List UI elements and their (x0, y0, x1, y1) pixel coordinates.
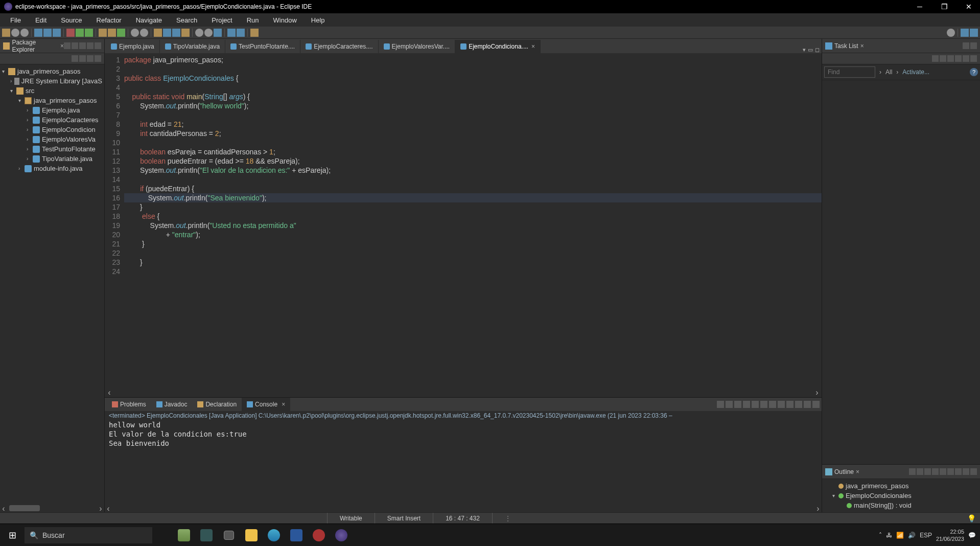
tree-item[interactable]: ▾java_primeros_pasos (0, 66, 104, 76)
console-toolbar-btn[interactable] (760, 401, 767, 408)
menu-search[interactable]: Search (169, 16, 204, 24)
menu-source[interactable]: Source (54, 16, 89, 24)
code-editor[interactable]: 123456789101112131415161718192021222324 … (105, 53, 822, 388)
menu-file[interactable]: File (3, 16, 28, 24)
save-all-button[interactable] (20, 29, 29, 37)
redo-button[interactable] (140, 29, 148, 37)
editor-tab[interactable]: TestPuntoFlotante.... (225, 40, 300, 53)
editor-tab[interactable]: EjemploCaracteres.... (300, 40, 378, 53)
pin-button[interactable] (250, 29, 259, 37)
bottom-tab-declaration[interactable]: Declaration (192, 398, 242, 411)
task-new-button[interactable] (932, 55, 939, 62)
outline-tb5[interactable] (940, 468, 946, 475)
tip-icon[interactable]: 💡 (967, 514, 980, 522)
open-perspective-button[interactable] (154, 29, 162, 37)
menu-edit[interactable]: Edit (28, 16, 54, 24)
console-toolbar-btn[interactable] (812, 401, 820, 408)
editor-tab[interactable]: EjemploValoresVar.... (379, 40, 456, 53)
outline-tb8[interactable] (963, 468, 969, 475)
view-menu-button[interactable] (79, 42, 86, 49)
tree-item[interactable]: ›EjemploValoresVa (0, 134, 104, 144)
minimize-editor-button[interactable]: ▭ (808, 47, 813, 53)
tree-item[interactable]: ›JRE System Library [JavaS (0, 76, 104, 86)
minimize-view-button[interactable] (87, 42, 94, 49)
maximize-button[interactable]: ❐ (937, 3, 951, 11)
outline-item[interactable]: main(String[]) : void (822, 500, 980, 510)
link-button[interactable] (79, 55, 86, 62)
opera-button[interactable] (308, 526, 330, 545)
link-editor-button[interactable] (72, 42, 78, 49)
outline-item[interactable]: ▾EjemploCondicionales (822, 491, 980, 500)
console-toolbar-btn[interactable] (778, 401, 785, 408)
menu-help[interactable]: Help (304, 16, 332, 24)
task-sync-button[interactable] (940, 55, 946, 62)
scroll-right-button[interactable]: › (812, 388, 822, 397)
debug-button[interactable] (66, 29, 75, 37)
outline-tb6[interactable] (947, 468, 954, 475)
task-menu-button[interactable] (970, 55, 977, 62)
menu-refactor[interactable]: Refactor (89, 16, 129, 24)
outline-tb7[interactable] (955, 468, 962, 475)
tray-language[interactable]: ESP (920, 532, 932, 539)
filter-button[interactable] (72, 55, 78, 62)
taskbar-app-1[interactable] (173, 526, 195, 545)
open-task-button[interactable] (43, 29, 52, 37)
undo-button[interactable] (131, 29, 139, 37)
scroll-left-button[interactable]: ‹ (105, 388, 114, 397)
eclipse-taskbar-button[interactable] (330, 526, 353, 545)
task-crumb-all[interactable]: All (885, 69, 892, 76)
tree-item[interactable]: ›EjemploCondicion (0, 125, 104, 134)
new-package-button[interactable] (108, 29, 116, 37)
bottom-tab-problems[interactable]: Problems (107, 398, 151, 411)
task-activate-link[interactable]: Activate... (902, 69, 929, 76)
start-button[interactable]: ⊞ (0, 530, 25, 541)
taskbar-app-2[interactable] (195, 526, 218, 545)
taskbar-search[interactable]: 🔍 Buscar (25, 527, 152, 543)
menu-run[interactable]: Run (240, 16, 266, 24)
prev-annotation-button[interactable] (204, 29, 213, 37)
annotations-button[interactable] (172, 29, 180, 37)
toggle-button[interactable] (53, 29, 61, 37)
file-explorer-button[interactable] (240, 526, 263, 545)
new-button[interactable] (2, 29, 10, 37)
focus-button[interactable] (87, 55, 94, 62)
java-perspective-button[interactable] (961, 29, 969, 37)
console-output[interactable]: hellow world El valor de la condicion es… (105, 420, 822, 504)
outline-tb9[interactable] (970, 468, 977, 475)
menu-window[interactable]: Window (266, 16, 304, 24)
tray-network-icon[interactable]: 🖧 (886, 532, 892, 539)
menu-dropdown-button[interactable] (95, 55, 101, 62)
run-button[interactable] (76, 29, 84, 37)
console-toolbar-btn[interactable] (717, 401, 724, 408)
edge-button[interactable] (263, 526, 285, 545)
editor-tab[interactable]: TipoVariable.java (160, 40, 225, 53)
close-view-button[interactable]: × (60, 42, 64, 50)
outline-tb2[interactable] (917, 468, 923, 475)
tray-chevron-icon[interactable]: ˄ (879, 532, 882, 539)
tree-item[interactable]: ›TestPuntoFlotante (0, 144, 104, 154)
tree-item[interactable]: ▾src (0, 86, 104, 96)
forward-button[interactable] (237, 29, 245, 37)
close-tasklist-button[interactable]: × (860, 42, 864, 50)
outline-item[interactable]: java_primeros_pasos (822, 481, 980, 491)
menu-navigate[interactable]: Navigate (129, 16, 169, 24)
outline-tb4[interactable] (932, 468, 939, 475)
search-toolbar-button[interactable] (163, 29, 171, 37)
console-toolbar-btn[interactable] (804, 401, 811, 408)
next-annotation-button[interactable] (195, 29, 203, 37)
toggle-mark-button[interactable] (181, 29, 190, 37)
tasklist-tb2[interactable] (970, 42, 977, 49)
bottom-tab-javadoc[interactable]: Javadoc (151, 398, 193, 411)
tree-item[interactable]: ›TipoVariable.java (0, 154, 104, 164)
console-toolbar-btn[interactable] (726, 401, 733, 408)
close-outline-button[interactable]: × (856, 468, 859, 475)
console-toolbar-btn[interactable] (743, 401, 750, 408)
minimize-button[interactable]: ─ (913, 3, 927, 11)
console-toolbar-btn[interactable] (752, 401, 759, 408)
outline-tb1[interactable] (909, 468, 916, 475)
taskview-button[interactable] (218, 526, 240, 545)
tree-item[interactable]: ›EjemploCaracteres (0, 115, 104, 125)
task-cat-button[interactable] (947, 55, 954, 62)
task-help-button[interactable]: ? (970, 68, 978, 76)
open-type-button[interactable] (34, 29, 42, 37)
